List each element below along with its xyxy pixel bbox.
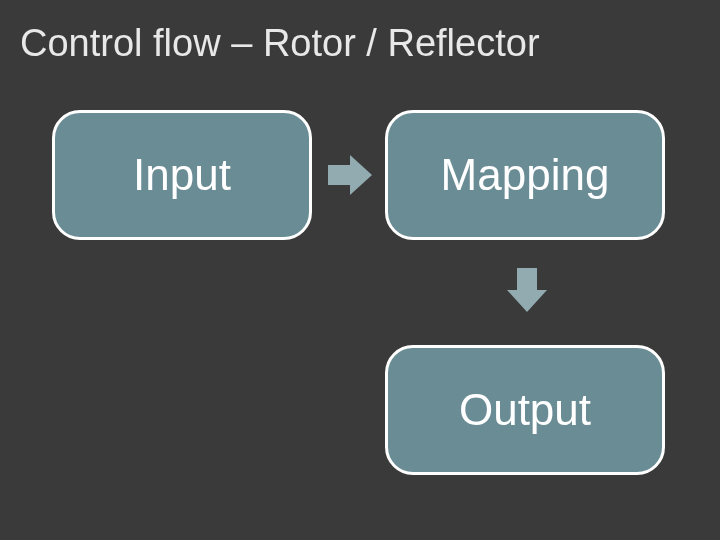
- box-output-label: Output: [459, 385, 591, 435]
- box-mapping-label: Mapping: [441, 150, 610, 200]
- box-input-label: Input: [133, 150, 231, 200]
- box-mapping: Mapping: [385, 110, 665, 240]
- slide-title: Control flow – Rotor / Reflector: [20, 22, 540, 65]
- box-output: Output: [385, 345, 665, 475]
- box-input: Input: [52, 110, 312, 240]
